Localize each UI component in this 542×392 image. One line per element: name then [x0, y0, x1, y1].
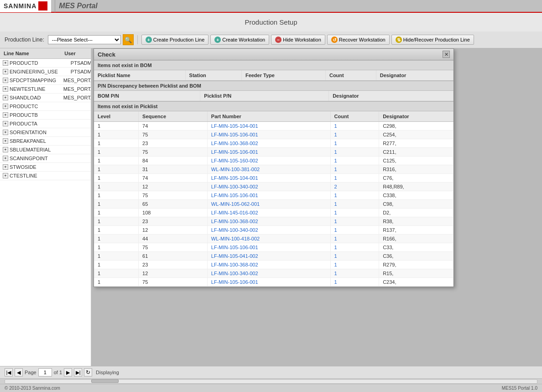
hide-recover-production-line-button[interactable]: ⇅ Hide/Recover Production Line — [391, 35, 474, 45]
sidebar-user-cell: PTSADMIN — [61, 59, 91, 68]
sidebar-expand-cell[interactable]: + SORIENTATION — [0, 128, 61, 137]
scroll-thumb[interactable] — [91, 379, 119, 383]
create-production-line-label: Create Production Line — [153, 37, 205, 42]
sidebar-expand-cell[interactable]: + PRODUCTD — [0, 59, 61, 68]
main-container: Production Setup Production Line: ---Ple… — [0, 13, 542, 392]
sidebar-expand-cell[interactable]: + SCANINGPOINT — [0, 154, 61, 163]
sidebar-expand-cell[interactable]: + PRODUCTB — [0, 111, 61, 120]
horizontal-scrollbar[interactable] — [0, 378, 542, 384]
create-workstation-button[interactable]: + Create Workstation — [210, 35, 269, 45]
table-row: 1 61 LF-MIN-105-041-002 1 C36, — [94, 252, 453, 261]
part-number-cell[interactable]: LF-MIN-100-340-002 — [207, 226, 330, 235]
part-number-cell[interactable]: LF-MIN-105-106-001 — [207, 131, 330, 139]
part-number-cell[interactable]: LF-MIN-105-106-001 — [207, 191, 330, 200]
create-production-line-button[interactable]: + Create Production Line — [141, 35, 209, 45]
part-number-cell[interactable]: LF-MIN-105-106-001 — [207, 243, 330, 252]
count-cell: 1 — [330, 217, 379, 226]
part-number-cell[interactable]: LF-MIN-145-016-002 — [207, 209, 330, 217]
sidebar-line-name: SORIENTATION — [10, 130, 47, 135]
part-number-cell[interactable]: LF-MIN-105-041-002 — [207, 252, 330, 261]
sidebar-row[interactable]: + NEWTESTLINE MES_PORTAL — [0, 85, 91, 94]
sidebar-expand-cell[interactable]: + PRODUCTC — [0, 102, 61, 111]
level-cell: 1 — [94, 269, 139, 278]
count-cell: 2 — [330, 183, 379, 191]
sidebar-expand-cell[interactable]: + SFDCPTSMAPPING — [0, 76, 61, 85]
next-page-button[interactable]: ▶ — [64, 368, 72, 376]
part-number-cell[interactable]: LF-MIN-105-106-001 — [207, 278, 330, 287]
sidebar-expand-cell[interactable]: + SBREAKPANEL — [0, 137, 61, 146]
designator-cell: C33, — [379, 243, 453, 252]
sequence-cell: 23 — [139, 261, 208, 269]
sidebar-expand-cell[interactable]: + NEWTESTLINE — [0, 85, 61, 94]
level-cell: 1 — [94, 209, 139, 217]
sidebar-row[interactable]: + SFDCPTSMAPPING MES_PORTAL — [0, 76, 91, 85]
level-cell: 1 — [94, 191, 139, 200]
sidebar-row[interactable]: + SBLUEMATERIAL — [0, 146, 91, 154]
sidebar-expand-cell[interactable]: + ENGINEERING_USE — [0, 68, 61, 76]
section1-table: Picklist Name Station Feeder Type Count … — [94, 70, 453, 81]
hide-workstation-button[interactable]: − Hide Workstation — [271, 35, 325, 45]
section3-header: Items not exist in Picklist — [94, 101, 453, 111]
level-cell: 1 — [94, 139, 139, 148]
sidebar-row[interactable]: + SHANDLOAD MES_PORTAL — [0, 94, 91, 102]
sidebar-row[interactable]: + ENGINEERING_USE PTSADMIN — [0, 68, 91, 76]
sequence-cell: 23 — [139, 217, 208, 226]
last-page-button[interactable]: ▶| — [74, 368, 82, 376]
level-cell: 1 — [94, 148, 139, 157]
refresh-button[interactable]: ↻ — [84, 368, 92, 376]
part-number-cell[interactable]: LF-MIN-100-368-002 — [207, 139, 330, 148]
s3-col-count: Count — [330, 111, 379, 122]
designator-cell: R38, — [379, 217, 453, 226]
sidebar-table: Line Name User + PRODUCTD PTSADMIN + ENG… — [0, 48, 91, 180]
part-number-cell[interactable]: LF-MIN-105-106-001 — [207, 148, 330, 157]
part-number-cell[interactable]: LF-MIN-100-368-002 — [207, 261, 330, 269]
sidebar-row[interactable]: + PRODUCTC — [0, 102, 91, 111]
sidebar-row[interactable]: + CTESTLINE — [0, 172, 91, 180]
level-cell: 1 — [94, 165, 139, 174]
s1-col-count: Count — [325, 70, 376, 81]
page-input[interactable] — [38, 368, 52, 376]
sidebar-row[interactable]: + SCANINGPOINT — [0, 154, 91, 163]
sidebar-row[interactable]: + PRODUCTA — [0, 120, 91, 128]
s2-col-designator: Designator — [329, 91, 453, 101]
sidebar-row[interactable]: + PRODUCTB — [0, 111, 91, 120]
part-number-cell[interactable]: LF-MIN-105-104-001 — [207, 174, 330, 183]
designator-cell: D2, — [379, 209, 453, 217]
sidebar-expand-cell[interactable]: + CTESTLINE — [0, 172, 61, 180]
modal-close-button[interactable]: ✕ — [443, 51, 450, 58]
part-number-cell[interactable]: WL-MIN-100-418-002 — [207, 235, 330, 243]
part-number-cell[interactable]: LF-MIN-105-104-001 — [207, 122, 330, 131]
part-number-cell[interactable]: LF-MIN-100-368-002 — [207, 217, 330, 226]
search-button[interactable]: 🔍 — [123, 34, 134, 45]
prev-page-button[interactable]: ◀ — [15, 368, 23, 376]
sidebar-expand-cell[interactable]: + SHANDLOAD — [0, 94, 61, 102]
sidebar-row[interactable]: + STWOSIDE — [0, 163, 91, 172]
expand-icon: + — [3, 95, 8, 100]
part-number-cell[interactable]: LF-MIN-100-340-002 — [207, 269, 330, 278]
expand-icon: + — [3, 78, 8, 83]
recover-workstation-button[interactable]: ↺ Recover Workstation — [327, 35, 390, 45]
part-number-cell[interactable]: LF-MIN-105-160-002 — [207, 157, 330, 165]
sidebar-row[interactable]: + PRODUCTD PTSADMIN — [0, 59, 91, 68]
first-page-button[interactable]: |◀ — [5, 368, 13, 376]
hide-recover-label: Hide/Recover Production Line — [403, 37, 470, 42]
sequence-cell: 108 — [139, 209, 208, 217]
part-number-cell[interactable]: WL-MIN-105-062-001 — [207, 200, 330, 209]
designator-cell: R279, — [379, 261, 453, 269]
sidebar-row[interactable]: + SORIENTATION — [0, 128, 91, 137]
page-label: Page — [25, 370, 36, 375]
sidebar-expand-cell[interactable]: + STWOSIDE — [0, 163, 61, 172]
sidebar-expand-cell[interactable]: + SBLUEMATERIAL — [0, 146, 61, 154]
sidebar-line-name: SHANDLOAD — [10, 95, 41, 100]
s3-col-part-number: Part Number — [207, 111, 330, 122]
header-divider — [55, 0, 55, 12]
sidebar-row[interactable]: + SBREAKPANEL — [0, 137, 91, 146]
sidebar-expand-cell[interactable]: + PRODUCTA — [0, 120, 61, 128]
sequence-cell: 84 — [139, 157, 208, 165]
part-number-cell[interactable]: WL-MIN-100-381-002 — [207, 165, 330, 174]
sidebar-user-cell: MES_PORTAL — [61, 76, 91, 85]
table-row: 1 74 LF-MIN-105-104-001 1 C76, — [94, 174, 453, 183]
part-number-cell[interactable]: LF-MIN-100-340-002 — [207, 183, 330, 191]
sidebar-user-cell: PTSADMIN — [61, 68, 91, 76]
production-line-select[interactable]: ---Please Select--- — [48, 35, 121, 44]
